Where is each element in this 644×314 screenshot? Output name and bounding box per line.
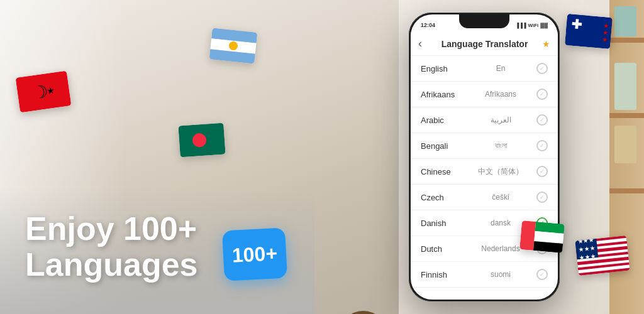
status-time: 12:04 [421,22,435,28]
stars-icon: ★★★★★★★★★ [577,236,597,263]
flag-argentina [209,28,258,63]
circle-icon [192,133,206,148]
sun-icon [228,41,238,50]
language-list: English En ✓ Afrikaans Afrikaans ✓ Arabi… [411,56,558,291]
list-item[interactable]: Afrikaans Afrikaans ✓ [411,82,558,107]
flag-bangladesh [178,123,225,158]
list-item[interactable]: Arabic العربية ✓ [411,107,558,133]
check-icon: ✓ [536,166,548,177]
phone-mockup: 12:04 ▐▐▐ WiFi ▓▓ ‹ Language Translator … [409,13,560,301]
shelf-plank [609,38,644,43]
shelf-plank [609,113,644,118]
star-icon: ★ [46,85,55,97]
flag-usa: ★★★★★★★★★ [575,236,630,276]
phone-screen: 12:04 ▐▐▐ WiFi ▓▓ ‹ Language Translator … [411,14,558,300]
hundred-plus-badge: 100+ [222,227,287,281]
shelf-plank [609,188,644,193]
check-icon: ✓ [536,114,548,126]
check-icon: ✓ [536,63,548,74]
back-button[interactable]: ‹ [418,37,422,50]
list-item[interactable]: English En ✓ [411,56,558,82]
list-item[interactable]: Bengali বাংলা ✓ [411,133,558,159]
badge-text: 100+ [231,242,278,268]
check-icon: ✓ [536,269,548,280]
hero-title-line2: Languages [25,247,198,283]
check-icon: ✓ [536,89,548,100]
phone-notch [459,14,509,28]
hero-text-block: Enjoy 100+ Languages [25,211,198,283]
flag-uae [519,220,565,253]
list-item[interactable]: Finnish suomi ✓ [411,262,558,288]
battery-icon: ▓▓ [540,23,548,28]
wifi-icon: WiFi [528,23,539,28]
stars-icon: ★★★ [602,22,609,43]
flag-new-zealand: ✚ ★★★ [565,14,613,49]
check-icon: ✓ [536,192,548,203]
background-photo: Enjoy 100+ Languages [0,0,415,314]
signal-icon: ▐▐▐ [516,23,526,28]
app-title: Language Translator [427,39,542,49]
status-icons: ▐▐▐ WiFi ▓▓ [516,23,548,28]
shelf-item [614,126,636,163]
flag-turkey: ☽ ★ [16,71,72,113]
app-header: ‹ Language Translator ★ [411,32,558,56]
cross-icon: ✚ [571,16,583,32]
shelf-item [614,63,636,110]
list-item[interactable]: Czech češki ✓ [411,185,558,210]
check-icon: ✓ [536,140,548,151]
list-item[interactable]: Chinese 中文（简体） ✓ [411,159,558,185]
list-item[interactable]: French français ✓ [411,288,558,291]
star-icon: ★ [542,39,550,49]
shelf-item [614,6,636,36]
hero-title-line1: Enjoy 100+ [25,211,198,247]
